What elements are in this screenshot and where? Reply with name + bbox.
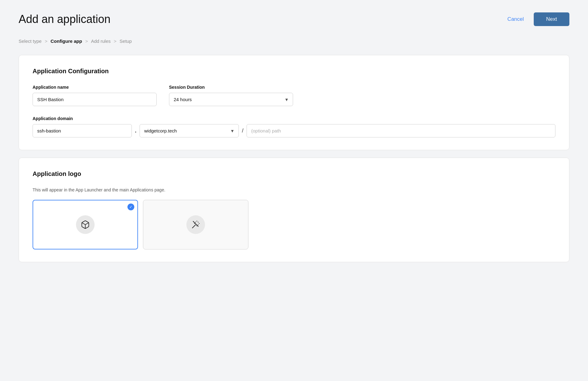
logo-options: ✓ (33, 200, 555, 249)
form-row-name-duration: Application name Session Duration 1 hour… (33, 85, 555, 106)
app-logo-title: Application logo (33, 170, 555, 177)
breadcrumb-sep-3: > (114, 38, 117, 44)
session-duration-select-wrapper: 1 hour 2 hours 4 hours 8 hours 12 hours … (169, 93, 293, 106)
logo-custom-icon (186, 215, 205, 234)
logo-option-custom[interactable] (143, 200, 248, 249)
app-name-input[interactable] (33, 93, 157, 106)
app-logo-description: This will appear in the App Launcher and… (33, 187, 555, 192)
app-config-title: Application Configuration (33, 68, 555, 75)
app-config-card: Application Configuration Application na… (19, 55, 569, 150)
session-duration-label: Session Duration (169, 85, 293, 90)
breadcrumb-add-rules: Add rules (91, 38, 110, 44)
app-domain-group: Application domain . widgetcorp.tech exa… (33, 116, 555, 137)
logo-option-default-check: ✓ (127, 204, 134, 210)
breadcrumb-configure-app: Configure app (51, 38, 82, 44)
app-name-label: Application name (33, 85, 157, 90)
breadcrumb: Select type > Configure app > Add rules … (19, 38, 569, 44)
domain-prefix-input[interactable] (33, 124, 132, 137)
breadcrumb-sep-1: > (45, 38, 47, 44)
header-actions: Cancel Next (502, 12, 569, 26)
next-button[interactable]: Next (534, 12, 569, 26)
page-title: Add an application (19, 13, 110, 26)
domain-select[interactable]: widgetcorp.tech example.com (140, 124, 239, 137)
session-duration-group: Session Duration 1 hour 2 hours 4 hours … (169, 85, 293, 106)
domain-path-input[interactable] (247, 124, 555, 137)
cancel-button[interactable]: Cancel (502, 14, 529, 25)
domain-row: . widgetcorp.tech example.com ▼ / (33, 124, 555, 137)
domain-slash-separator: / (242, 128, 243, 134)
breadcrumb-setup: Setup (120, 38, 132, 44)
app-logo-card: Application logo This will appear in the… (19, 158, 569, 262)
domain-select-wrapper: widgetcorp.tech example.com ▼ (140, 124, 239, 137)
session-duration-select[interactable]: 1 hour 2 hours 4 hours 8 hours 12 hours … (169, 93, 293, 106)
app-domain-label: Application domain (33, 116, 555, 121)
breadcrumb-sep-2: > (85, 38, 88, 44)
logo-default-icon (76, 215, 95, 234)
logo-option-default[interactable]: ✓ (33, 200, 138, 249)
breadcrumb-select-type: Select type (19, 38, 42, 44)
app-name-group: Application name (33, 85, 157, 106)
domain-dot-separator: . (135, 128, 136, 134)
